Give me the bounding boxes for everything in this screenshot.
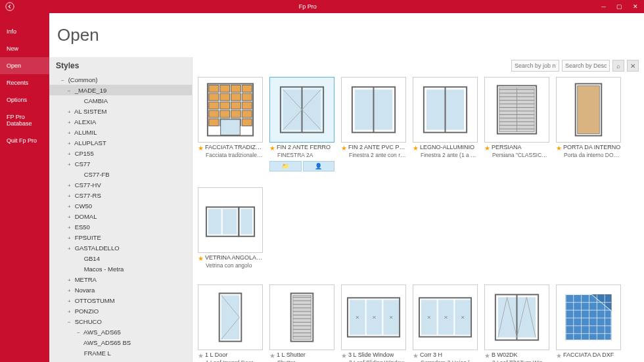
svg-rect-12 [231, 102, 241, 109]
search-icon[interactable]: ⌕ [612, 60, 624, 72]
card-title: ★FACCIATA TRADIZIONALE [198, 145, 263, 152]
tree-item[interactable]: GB14 [49, 253, 192, 263]
thumbnail[interactable] [198, 77, 263, 143]
svg-rect-10 [209, 102, 219, 109]
page-title: Open [49, 13, 644, 57]
maximize-button[interactable]: ▢ [614, 3, 625, 10]
svg-rect-5 [242, 85, 252, 92]
nav-options[interactable]: Options [0, 91, 49, 108]
tree-item[interactable]: + CS77 [49, 158, 192, 169]
svg-rect-63 [578, 85, 600, 133]
thumbnail[interactable] [198, 187, 263, 253]
thumbnail[interactable] [413, 284, 478, 350]
gallery-card[interactable]: ★PORTA DA INTERNOPorta da interno DOMAL [556, 77, 621, 171]
tree-item[interactable]: − SCHUCO [49, 316, 192, 327]
gallery-card[interactable]: ★B W02DK2 Leaf Tilt&Turn Window [484, 284, 549, 362]
nav-recents[interactable]: Recents [0, 74, 49, 91]
star-icon: ★ [413, 352, 419, 359]
tree-item[interactable]: + ALUPLAST [49, 137, 192, 148]
search-description-input[interactable] [562, 60, 610, 72]
card-title: ★1 L Shutter [269, 352, 334, 359]
gallery-card[interactable]: ★FACCIATA DA DXF [556, 284, 621, 362]
tree-item[interactable]: + METRA [49, 274, 192, 284]
gallery-card[interactable]: ★FIN 2 ANTE PVC POOL ROTOFinestra 2 ante… [341, 77, 406, 171]
card-subtitle: Finestra 2 ante (1 a ribalta) [413, 152, 478, 158]
gallery[interactable]: ★FACCIATA TRADIZIONALEFacciata tradizion… [193, 74, 644, 362]
nav-info[interactable]: Info [0, 23, 49, 40]
thumbnail[interactable] [269, 77, 334, 143]
tree-item[interactable]: CS77-FB [49, 169, 192, 179]
tree-item[interactable]: + Novara [49, 284, 192, 295]
thumbnail[interactable] [198, 284, 263, 350]
thumbnail[interactable] [556, 284, 621, 350]
tree-item[interactable]: FRAME L [49, 348, 192, 358]
card-subtitle: Shutter [269, 359, 334, 362]
svg-rect-70 [221, 295, 240, 339]
minimize-button[interactable]: ─ [599, 3, 609, 10]
tree-item[interactable]: + DOMAL [49, 211, 192, 221]
thumbnail[interactable] [413, 77, 478, 143]
gallery-card[interactable]: ★1 L Door1 Leaf Inward Door [198, 284, 263, 362]
gallery-card[interactable]: ★FACCIATA TRADIZIONALEFacciata tradizion… [198, 77, 263, 171]
tree-item[interactable]: + AL SISTEM [49, 106, 192, 116]
svg-rect-106 [498, 297, 517, 337]
card-title: ★PORTA DA INTERNO [556, 145, 621, 152]
card-title: ★FIN 2 ANTE PVC POOL ROTO [341, 145, 406, 152]
gallery-card[interactable]: ★VETRINA ANGOLARE 90Vetrina con angolo [198, 187, 263, 269]
tree-item[interactable]: + ES50 [49, 221, 192, 232]
tree-item[interactable]: − _MADE_19 [49, 85, 192, 95]
star-icon: ★ [198, 352, 204, 359]
styles-header: Styles [49, 57, 192, 74]
thumbnail[interactable] [556, 77, 621, 143]
star-icon: ★ [269, 352, 275, 359]
tree-item[interactable]: CAMBIA [49, 95, 192, 106]
svg-point-0 [6, 3, 14, 11]
thumbnail[interactable] [484, 77, 549, 143]
card-subtitle: FINESTRA 2A [269, 152, 334, 158]
tree-item[interactable]: + FPSUITE [49, 232, 192, 242]
gallery-card[interactable]: ★1 L ShutterShutter [269, 284, 334, 362]
svg-rect-18 [209, 119, 219, 126]
tree-item[interactable]: Macos - Metra [49, 263, 192, 274]
tree-item[interactable]: + GASTALDELLO [49, 242, 192, 253]
tree-item[interactable]: AWS_ADS65 BS [49, 337, 192, 348]
user-icon[interactable]: 👤 [303, 161, 335, 171]
card-title: ★FACCIATA DA DXF [556, 352, 621, 359]
folder-icon[interactable]: 📁 [269, 161, 302, 171]
svg-rect-24 [283, 89, 302, 129]
nav-quit-fp-pro[interactable]: Quit Fp Pro [0, 132, 49, 149]
tree-item[interactable]: + PONZIO [49, 305, 192, 316]
tree-item[interactable]: + CW50 [49, 200, 192, 211]
close-button[interactable]: ✕ [630, 3, 641, 10]
gallery-card[interactable]: ★3 L Slide Window3 Leaf Sliding Window [341, 284, 406, 362]
styles-tree[interactable]: − (Common)− _MADE_19 CAMBIA+ AL SISTEM+ … [49, 74, 192, 362]
svg-rect-66 [208, 209, 221, 235]
clear-icon[interactable]: ✕ [627, 60, 639, 72]
card-title: ★LEGNO-ALLUMINIO [413, 145, 478, 152]
tree-item[interactable]: + CS77-HV [49, 179, 192, 190]
card-title: ★1 L Door [198, 352, 263, 359]
tree-item[interactable]: − (Common) [49, 74, 192, 85]
nav-new[interactable]: New [0, 40, 49, 57]
thumbnail[interactable] [341, 284, 406, 350]
tree-item[interactable]: + ALEXIA [49, 116, 192, 127]
thumbnail[interactable] [484, 284, 549, 350]
tree-item[interactable]: + CS77-RS [49, 190, 192, 200]
nav-fp-pro-database[interactable]: FP Pro Database [0, 108, 49, 132]
back-button[interactable] [3, 0, 16, 13]
tree-item[interactable]: + ALUMIL [49, 127, 192, 137]
thumbnail[interactable] [269, 284, 334, 350]
gallery-card[interactable]: ★Corr 3 HCorredera 3 Hojas (central fila… [413, 284, 478, 362]
nav-open[interactable]: Open [0, 57, 49, 74]
thumbnail[interactable] [341, 77, 406, 143]
card-title: ★VETRINA ANGOLARE 90 [198, 255, 263, 262]
tree-item[interactable]: + CP155 [49, 148, 192, 158]
svg-rect-4 [231, 85, 241, 92]
tree-item[interactable]: − AWS_ADS65 [49, 327, 192, 337]
gallery-card[interactable]: ★LEGNO-ALLUMINIOFinestra 2 ante (1 a rib… [413, 77, 478, 171]
gallery-card[interactable]: ★PERSIANAPersiana "CLASSICA" a 2 ante [484, 77, 549, 171]
gallery-card[interactable]: ★FIN 2 ANTE FERROFINESTRA 2A📁👤 [269, 77, 334, 171]
tree-item[interactable]: + OTTOSTUMM [49, 295, 192, 305]
svg-rect-107 [517, 297, 536, 337]
search-jobname-input[interactable] [511, 60, 559, 72]
